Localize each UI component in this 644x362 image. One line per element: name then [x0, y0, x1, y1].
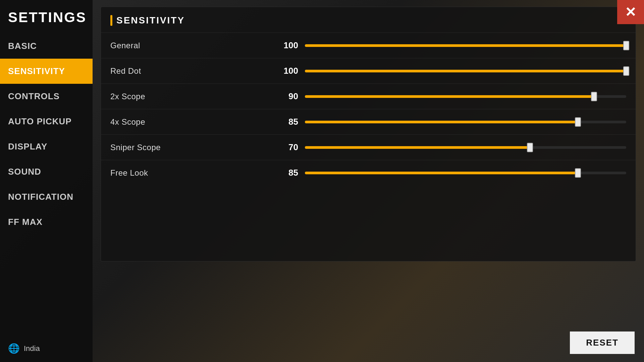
slider-thumb-4x-scope[interactable]: [575, 117, 581, 127]
slider-label-2x-scope: 2x Scope: [110, 92, 271, 101]
nav-item-basic[interactable]: BASIC: [0, 34, 93, 59]
page-title: SETTINGS: [0, 0, 93, 34]
slider-track-2x-scope[interactable]: [305, 95, 626, 98]
section-accent-bar: [110, 15, 112, 26]
slider-label-general: General: [110, 41, 271, 50]
close-icon: ✕: [625, 5, 636, 19]
slider-label-free-look: Free Look: [110, 168, 271, 178]
nav-item-controls[interactable]: CONTROLS: [0, 84, 93, 109]
slider-label-sniper-scope: Sniper Scope: [110, 143, 271, 152]
close-button[interactable]: ✕: [617, 0, 644, 24]
slider-thumb-red-dot[interactable]: [623, 66, 629, 76]
slider-row-free-look: Free Look 85: [101, 160, 636, 185]
nav-item-sound[interactable]: SOUND: [0, 159, 93, 184]
reset-button[interactable]: RESET: [570, 331, 635, 354]
slider-track-sniper-scope[interactable]: [305, 146, 626, 149]
slider-fill-red-dot: [305, 70, 626, 72]
nav-item-display[interactable]: DISPLAY: [0, 134, 93, 159]
slider-thumb-sniper-scope[interactable]: [527, 143, 533, 152]
sidebar: SETTINGS BASIC SENSITIVITY CONTROLS AUTO…: [0, 0, 93, 362]
slider-thumb-2x-scope[interactable]: [591, 92, 597, 101]
slider-fill-sniper-scope: [305, 146, 530, 149]
slider-track-free-look[interactable]: [305, 172, 626, 174]
slider-row-4x-scope: 4x Scope 85: [101, 109, 636, 134]
slider-row-general: General 100: [101, 33, 636, 58]
slider-value-4x-scope: 85: [271, 117, 298, 127]
slider-track-general[interactable]: [305, 44, 626, 47]
content-panel: SENSITIVITY General 100 Red Dot 100 2x S: [101, 7, 636, 261]
slider-value-red-dot: 100: [271, 66, 298, 76]
slider-thumb-general[interactable]: [623, 41, 629, 50]
slider-row-2x-scope: 2x Scope 90: [101, 83, 636, 109]
slider-track-red-dot[interactable]: [305, 70, 626, 72]
sidebar-footer: 🌐 India: [0, 335, 93, 362]
region-label: India: [24, 344, 40, 353]
slider-label-4x-scope: 4x Scope: [110, 117, 271, 127]
slider-row-sniper-scope: Sniper Scope 70: [101, 134, 636, 160]
nav-item-auto-pickup[interactable]: AUTO PICKUP: [0, 109, 93, 134]
section-header: SENSITIVITY: [101, 7, 636, 33]
nav-item-notification[interactable]: NOTIFICATION: [0, 184, 93, 209]
slider-track-4x-scope[interactable]: [305, 121, 626, 123]
section-title: SENSITIVITY: [116, 15, 185, 26]
slider-fill-2x-scope: [305, 95, 594, 98]
slider-row-red-dot: Red Dot 100: [101, 58, 636, 83]
globe-icon: 🌐: [8, 343, 20, 354]
slider-value-sniper-scope: 70: [271, 142, 298, 153]
nav-item-ff-max[interactable]: FF MAX: [0, 209, 93, 235]
slider-fill-free-look: [305, 172, 578, 174]
slider-value-2x-scope: 90: [271, 91, 298, 102]
main-content: SENSITIVITY General 100 Red Dot 100 2x S: [93, 0, 644, 362]
nav-item-sensitivity[interactable]: SENSITIVITY: [0, 59, 93, 84]
slider-value-general: 100: [271, 40, 298, 51]
slider-label-red-dot: Red Dot: [110, 66, 271, 76]
slider-thumb-free-look[interactable]: [575, 168, 581, 178]
slider-fill-general: [305, 44, 626, 47]
slider-fill-4x-scope: [305, 121, 578, 123]
slider-value-free-look: 85: [271, 168, 298, 178]
